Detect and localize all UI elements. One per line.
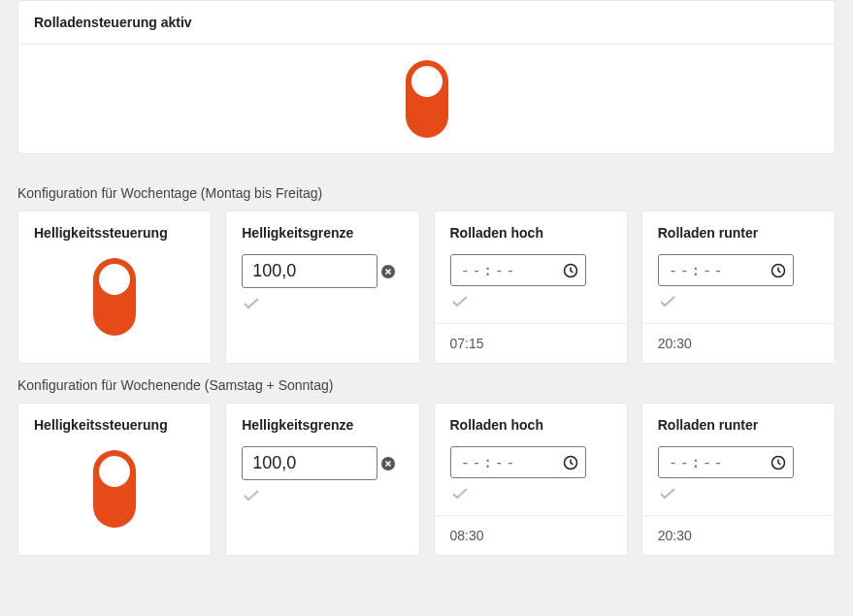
- weekday-down-current: 20:30: [642, 323, 835, 363]
- clock-icon[interactable]: [563, 455, 578, 470]
- main-active-toggle[interactable]: [406, 60, 448, 138]
- card-body: [226, 446, 418, 517]
- clock-icon[interactable]: [771, 455, 786, 470]
- main-control-card: Rolladensteuerung aktiv: [17, 0, 836, 154]
- card-body: [435, 254, 627, 323]
- main-control-body: [18, 45, 835, 153]
- checkmark-icon: [242, 294, 403, 309]
- card-title: Rolladen runter: [642, 211, 835, 254]
- weekday-brightness-toggle[interactable]: [93, 258, 136, 336]
- clear-icon[interactable]: [380, 264, 396, 279]
- card-title: Helligkeitssteuerung: [18, 404, 211, 446]
- card-title: Rolladen hoch: [435, 211, 627, 254]
- weekday-brightness-limit-card: Helligkeitsgrenze: [225, 211, 419, 364]
- card-body: [642, 446, 835, 515]
- weekend-up-current: 08:30: [435, 515, 627, 555]
- card-body: [642, 254, 835, 323]
- card-title: Rolladen hoch: [435, 404, 627, 446]
- weekday-row: Helligkeitssteuerung Helligkeitsgrenze R…: [0, 211, 853, 364]
- clear-icon[interactable]: [380, 456, 396, 471]
- input-wrap: [242, 446, 403, 480]
- checkmark-icon: [242, 486, 403, 502]
- checkmark-icon: [450, 292, 611, 308]
- checkmark-icon: [658, 292, 819, 308]
- card-body: [18, 254, 211, 363]
- toggle-knob: [99, 264, 130, 295]
- time-input-wrap: [658, 254, 794, 286]
- weekend-up-card: Rolladen hoch 08:30: [434, 403, 628, 556]
- weekend-row: Helligkeitssteuerung Helligkeitsgrenze R…: [0, 403, 853, 556]
- weekend-down-current: 20:30: [642, 515, 835, 555]
- weekday-down-card: Rolladen runter 20:30: [641, 211, 836, 364]
- weekend-section-label: Konfiguration für Wochenende (Samstag + …: [0, 364, 853, 403]
- weekday-up-current: 07:15: [435, 323, 627, 363]
- card-body: [435, 446, 627, 515]
- checkmark-icon: [658, 484, 819, 500]
- input-wrap: [242, 254, 403, 288]
- time-input-wrap: [450, 446, 586, 478]
- weekend-brightness-toggle[interactable]: [93, 450, 136, 528]
- checkmark-icon: [450, 484, 611, 500]
- clock-icon[interactable]: [771, 263, 786, 278]
- weekday-brightness-limit-input[interactable]: [242, 254, 377, 288]
- card-body: [226, 254, 418, 325]
- weekend-down-card: Rolladen runter 20:30: [641, 403, 836, 556]
- card-title: Helligkeitssteuerung: [18, 211, 211, 254]
- weekday-up-card: Rolladen hoch 07:15: [434, 211, 628, 364]
- weekend-brightness-limit-input[interactable]: [242, 446, 377, 480]
- card-title: Rolladen runter: [642, 404, 835, 446]
- toggle-knob: [99, 456, 130, 487]
- weekday-brightness-control-card: Helligkeitssteuerung: [17, 211, 212, 364]
- time-input-wrap: [658, 446, 794, 478]
- card-body: [18, 446, 211, 555]
- card-title: Helligkeitsgrenze: [226, 404, 418, 446]
- weekend-brightness-control-card: Helligkeitssteuerung: [17, 403, 212, 556]
- weekday-section-label: Konfiguration für Wochentage (Montag bis…: [0, 172, 853, 211]
- time-input-wrap: [450, 254, 586, 286]
- weekend-brightness-limit-card: Helligkeitsgrenze: [225, 403, 419, 556]
- clock-icon[interactable]: [563, 263, 578, 278]
- main-control-title: Rolladensteuerung aktiv: [18, 1, 835, 45]
- toggle-knob: [411, 66, 443, 97]
- card-title: Helligkeitsgrenze: [226, 211, 418, 254]
